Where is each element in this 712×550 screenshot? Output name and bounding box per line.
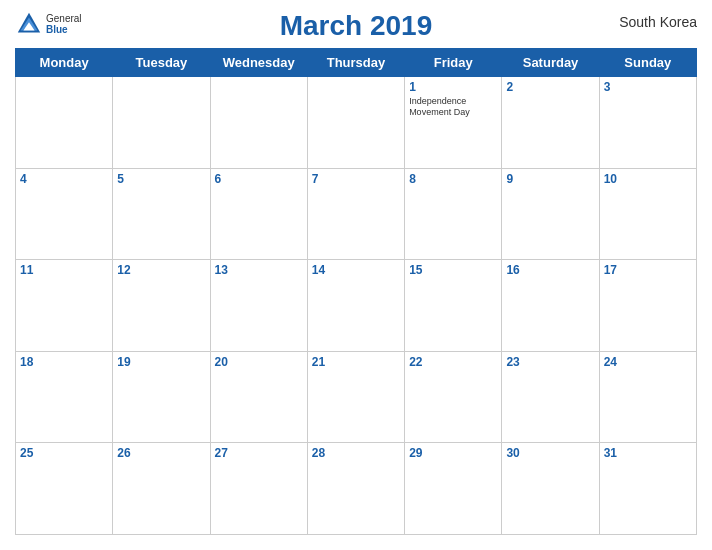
day-number: 6 bbox=[215, 172, 303, 186]
day-cell: 26 bbox=[113, 443, 210, 535]
day-number: 29 bbox=[409, 446, 497, 460]
day-cell: 15 bbox=[405, 260, 502, 352]
day-number: 11 bbox=[20, 263, 108, 277]
week-row-2: 45678910 bbox=[16, 168, 697, 260]
week-row-1: 1Independence Movement Day23 bbox=[16, 77, 697, 169]
day-cell: 12 bbox=[113, 260, 210, 352]
col-tuesday: Tuesday bbox=[113, 49, 210, 77]
day-cell: 23 bbox=[502, 351, 599, 443]
day-number: 8 bbox=[409, 172, 497, 186]
day-cell: 5 bbox=[113, 168, 210, 260]
day-cell: 24 bbox=[599, 351, 696, 443]
day-cell: 3 bbox=[599, 77, 696, 169]
col-wednesday: Wednesday bbox=[210, 49, 307, 77]
calendar-body: 1Independence Movement Day23456789101112… bbox=[16, 77, 697, 535]
day-cell: 4 bbox=[16, 168, 113, 260]
day-cell: 18 bbox=[16, 351, 113, 443]
day-number: 30 bbox=[506, 446, 594, 460]
day-number: 15 bbox=[409, 263, 497, 277]
logo-blue: Blue bbox=[46, 24, 82, 35]
col-saturday: Saturday bbox=[502, 49, 599, 77]
day-cell: 2 bbox=[502, 77, 599, 169]
day-cell: 11 bbox=[16, 260, 113, 352]
day-number: 28 bbox=[312, 446, 400, 460]
day-cell bbox=[113, 77, 210, 169]
day-number: 25 bbox=[20, 446, 108, 460]
calendar-title: March 2019 bbox=[280, 10, 433, 42]
day-cell: 13 bbox=[210, 260, 307, 352]
day-cell: 7 bbox=[307, 168, 404, 260]
col-friday: Friday bbox=[405, 49, 502, 77]
day-number: 24 bbox=[604, 355, 692, 369]
day-number: 31 bbox=[604, 446, 692, 460]
calendar-header: General Blue March 2019 South Korea bbox=[15, 10, 697, 42]
day-number: 4 bbox=[20, 172, 108, 186]
day-cell: 19 bbox=[113, 351, 210, 443]
day-cell: 31 bbox=[599, 443, 696, 535]
logo-icon bbox=[15, 10, 43, 38]
week-row-5: 25262728293031 bbox=[16, 443, 697, 535]
day-number: 2 bbox=[506, 80, 594, 94]
day-cell bbox=[16, 77, 113, 169]
day-number: 13 bbox=[215, 263, 303, 277]
day-cell: 29 bbox=[405, 443, 502, 535]
day-number: 10 bbox=[604, 172, 692, 186]
day-cell bbox=[307, 77, 404, 169]
day-cell: 8 bbox=[405, 168, 502, 260]
day-number: 5 bbox=[117, 172, 205, 186]
day-cell: 16 bbox=[502, 260, 599, 352]
day-number: 7 bbox=[312, 172, 400, 186]
day-cell: 10 bbox=[599, 168, 696, 260]
day-number: 22 bbox=[409, 355, 497, 369]
logo: General Blue bbox=[15, 10, 82, 38]
calendar-table: Monday Tuesday Wednesday Thursday Friday… bbox=[15, 48, 697, 535]
logo-text: General Blue bbox=[46, 13, 82, 35]
country-label: South Korea bbox=[619, 14, 697, 30]
day-number: 17 bbox=[604, 263, 692, 277]
week-row-4: 18192021222324 bbox=[16, 351, 697, 443]
day-number: 27 bbox=[215, 446, 303, 460]
day-number: 18 bbox=[20, 355, 108, 369]
day-cell: 14 bbox=[307, 260, 404, 352]
day-number: 26 bbox=[117, 446, 205, 460]
day-cell: 9 bbox=[502, 168, 599, 260]
col-monday: Monday bbox=[16, 49, 113, 77]
day-cell: 20 bbox=[210, 351, 307, 443]
day-number: 12 bbox=[117, 263, 205, 277]
day-cell: 1Independence Movement Day bbox=[405, 77, 502, 169]
day-number: 9 bbox=[506, 172, 594, 186]
day-number: 1 bbox=[409, 80, 497, 94]
day-number: 19 bbox=[117, 355, 205, 369]
day-cell: 21 bbox=[307, 351, 404, 443]
day-number: 20 bbox=[215, 355, 303, 369]
day-cell: 22 bbox=[405, 351, 502, 443]
day-number: 21 bbox=[312, 355, 400, 369]
calendar-wrapper: General Blue March 2019 South Korea Mond… bbox=[0, 0, 712, 550]
col-sunday: Sunday bbox=[599, 49, 696, 77]
day-cell: 6 bbox=[210, 168, 307, 260]
day-number: 3 bbox=[604, 80, 692, 94]
weekday-header-row: Monday Tuesday Wednesday Thursday Friday… bbox=[16, 49, 697, 77]
day-number: 23 bbox=[506, 355, 594, 369]
col-thursday: Thursday bbox=[307, 49, 404, 77]
day-number: 14 bbox=[312, 263, 400, 277]
logo-general: General bbox=[46, 13, 82, 24]
day-number: 16 bbox=[506, 263, 594, 277]
week-row-3: 11121314151617 bbox=[16, 260, 697, 352]
day-cell: 25 bbox=[16, 443, 113, 535]
day-cell: 30 bbox=[502, 443, 599, 535]
holiday-label: Independence Movement Day bbox=[409, 96, 497, 118]
day-cell: 17 bbox=[599, 260, 696, 352]
day-cell: 27 bbox=[210, 443, 307, 535]
day-cell bbox=[210, 77, 307, 169]
day-cell: 28 bbox=[307, 443, 404, 535]
